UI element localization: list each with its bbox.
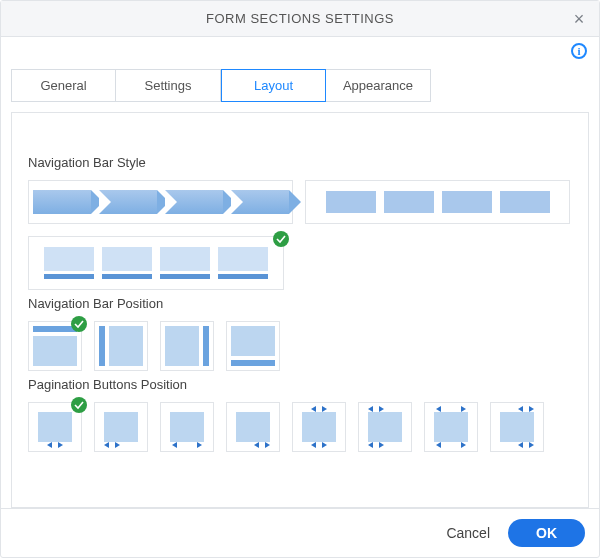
- nav-position-options: [28, 321, 572, 371]
- pagination-options: [28, 402, 572, 452]
- nav-style-option-arrows[interactable]: [28, 180, 293, 224]
- pagination-bottom-center-icon: [34, 408, 76, 446]
- pagination-top-bottom-left-icon: [364, 408, 406, 446]
- pagination-top-bottom-middle-icon: [430, 408, 472, 446]
- form-sections-settings-dialog: FORM SECTIONS SETTINGS × General Setting…: [0, 0, 600, 558]
- dialog-footer: Cancel OK: [1, 508, 599, 557]
- tab-layout[interactable]: Layout: [221, 69, 326, 102]
- navpos-bottom-icon: [231, 326, 275, 366]
- dialog-body: General Settings Layout Appearance Navig…: [1, 37, 599, 508]
- nav-position-option-bottom[interactable]: [226, 321, 280, 371]
- pagination-option-bottom-left[interactable]: [94, 402, 148, 452]
- nav-position-label: Navigation Bar Position: [28, 296, 572, 311]
- pagination-option-top-bottom-middle[interactable]: [424, 402, 478, 452]
- nav-style-option-blocks[interactable]: [305, 180, 570, 224]
- dialog-header: FORM SECTIONS SETTINGS ×: [1, 1, 599, 37]
- pagination-option-bottom-center[interactable]: [28, 402, 82, 452]
- nav-position-option-right[interactable]: [160, 321, 214, 371]
- pagination-top-bottom-right-icon: [496, 408, 538, 446]
- tab-general[interactable]: General: [11, 69, 116, 102]
- layout-panel: Navigation Bar Style: [11, 112, 589, 508]
- check-icon: [71, 316, 87, 332]
- ok-button[interactable]: OK: [508, 519, 585, 547]
- pagination-option-top-bottom-left[interactable]: [358, 402, 412, 452]
- close-icon[interactable]: ×: [569, 9, 589, 29]
- blocks-preview-icon: [326, 191, 550, 213]
- nav-position-option-top[interactable]: [28, 321, 82, 371]
- navpos-top-icon: [33, 326, 77, 366]
- nav-style-options: [28, 180, 572, 290]
- pagination-option-bottom-middle[interactable]: [160, 402, 214, 452]
- nav-position-option-left[interactable]: [94, 321, 148, 371]
- pagination-bottom-middle-icon: [166, 408, 208, 446]
- check-icon: [273, 231, 289, 247]
- navpos-left-icon: [99, 326, 143, 366]
- tab-settings[interactable]: Settings: [116, 69, 221, 102]
- underline-preview-icon: [44, 247, 268, 279]
- dialog-title: FORM SECTIONS SETTINGS: [206, 11, 394, 26]
- pagination-bottom-left-icon: [100, 408, 142, 446]
- info-icon[interactable]: [571, 43, 587, 59]
- pagination-top-bottom-center-icon: [298, 408, 340, 446]
- pagination-bottom-right-icon: [232, 408, 274, 446]
- pagination-option-bottom-right[interactable]: [226, 402, 280, 452]
- cancel-button[interactable]: Cancel: [446, 525, 490, 541]
- navpos-right-icon: [165, 326, 209, 366]
- pagination-option-top-bottom-right[interactable]: [490, 402, 544, 452]
- tabs: General Settings Layout Appearance: [11, 69, 589, 102]
- pagination-label: Pagination Buttons Position: [28, 377, 572, 392]
- check-icon: [71, 397, 87, 413]
- nav-style-label: Navigation Bar Style: [28, 155, 572, 170]
- nav-style-option-underline[interactable]: [28, 236, 284, 290]
- arrows-preview-icon: [33, 190, 289, 214]
- tab-appearance[interactable]: Appearance: [326, 69, 431, 102]
- pagination-option-top-bottom-center[interactable]: [292, 402, 346, 452]
